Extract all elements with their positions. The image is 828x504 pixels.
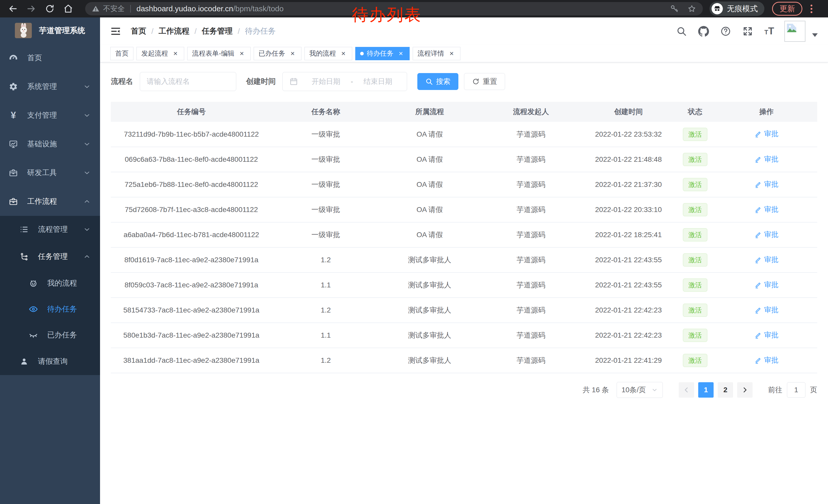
sidebar-item-task-management[interactable]: 任务管理 (0, 243, 100, 270)
annotation-overlay-text: 待办列表 (352, 4, 422, 26)
sidebar-item-system[interactable]: 系统管理 (0, 72, 100, 101)
approve-link[interactable]: 审批 (754, 305, 779, 315)
page-button-1[interactable]: 1 (698, 382, 714, 398)
tab-my-process[interactable]: 我的流程× (304, 47, 352, 60)
cell-task-id: 069c6a63-7b8a-11ec-8ef0-acde48001122 (111, 147, 272, 172)
reset-button[interactable]: 重置 (464, 73, 505, 90)
tab-process-detail[interactable]: 流程详情× (413, 47, 460, 60)
url-host: dashboard.yudao.iocoder.cn (136, 4, 233, 13)
prev-page-button[interactable] (679, 382, 694, 398)
breadcrumb-task-management[interactable]: 任务管理 (202, 26, 233, 36)
edit-pen-icon (754, 155, 762, 163)
approve-link[interactable]: 审批 (754, 330, 779, 340)
cell-starter: 芋道源码 (480, 222, 582, 247)
sidebar-collapse-icon[interactable] (110, 26, 121, 36)
close-icon[interactable]: × (172, 50, 179, 57)
sidebar-item-payment[interactable]: ¥ 支付管理 (0, 101, 100, 130)
process-name-input[interactable] (147, 78, 229, 86)
cell-process: OA 请假 (380, 122, 480, 147)
chevron-up-icon (83, 198, 91, 205)
cell-task-id: 73211d9d-7b9b-11ec-b5b7-acde48001122 (111, 122, 272, 147)
bookmark-star-icon[interactable] (688, 4, 696, 13)
avatar-dropdown-caret[interactable] (812, 33, 818, 37)
sidebar-item-workflow[interactable]: 工作流程 (0, 187, 100, 216)
sidebar-item-leave-query[interactable]: 请假查询 (0, 348, 100, 375)
status-badge: 激活 (683, 329, 707, 342)
search-button[interactable]: 搜索 (417, 73, 458, 90)
approve-link[interactable]: 审批 (754, 154, 779, 164)
page-button-2[interactable]: 2 (718, 382, 733, 398)
close-icon[interactable]: × (397, 50, 405, 57)
chrome-update-button[interactable]: 更新 (772, 2, 802, 16)
broken-image-icon (786, 22, 797, 34)
tab-todo-tasks[interactable]: 待办任务× (355, 47, 410, 60)
avatar[interactable] (784, 21, 805, 42)
status-badge: 激活 (683, 354, 707, 367)
breadcrumb-workflow[interactable]: 工作流程 (159, 26, 189, 36)
sidebar-item-process-management[interactable]: 流程管理 (0, 216, 100, 243)
close-icon[interactable]: × (238, 50, 246, 57)
cell-task-name: 1.1 (272, 323, 380, 348)
tree-icon (18, 252, 30, 261)
cell-task-name: 一级审批 (272, 172, 380, 197)
page-size-select[interactable]: 10条/页 (617, 382, 663, 398)
date-range-picker[interactable]: 开始日期 - 结束日期 (282, 72, 407, 91)
close-icon[interactable]: × (289, 50, 296, 57)
forward-icon[interactable] (26, 4, 36, 14)
password-key-icon[interactable] (670, 4, 679, 13)
cell-task-name: 1.2 (272, 297, 380, 323)
search-icon[interactable] (676, 26, 687, 37)
cell-starter: 芋道源码 (480, 297, 582, 323)
home-icon[interactable] (63, 4, 73, 14)
browser-menu-icon[interactable] (809, 3, 814, 15)
monitor-chart-icon (8, 139, 19, 149)
incognito-icon (711, 3, 723, 14)
close-icon[interactable]: × (340, 50, 347, 57)
sidebar-item-my-process[interactable]: 我的流程 (0, 270, 100, 296)
edit-pen-icon (754, 180, 762, 188)
breadcrumb-home[interactable]: 首页 (131, 26, 146, 36)
approve-link[interactable]: 审批 (754, 230, 779, 239)
sidebar-item-home[interactable]: 首页 (0, 44, 100, 72)
tab-home[interactable]: 首页 (110, 47, 133, 60)
fullscreen-icon[interactable] (742, 26, 753, 37)
process-name-field (140, 72, 236, 91)
back-icon[interactable] (8, 4, 18, 14)
approve-link[interactable]: 审批 (754, 255, 779, 265)
app-logo-row[interactable]: 芋道管理系统 (0, 17, 100, 44)
help-icon[interactable] (720, 26, 731, 37)
tab-done-tasks[interactable]: 已办任务× (254, 47, 301, 60)
col-task-id: 任务编号 (111, 102, 272, 122)
incognito-label: 无痕模式 (727, 4, 758, 14)
tab-start-process[interactable]: 发起流程× (136, 47, 184, 60)
cell-task-id: 580e1b3d-7ac8-11ec-a9e2-a2380e71991a (111, 323, 272, 348)
sidebar-item-done-tasks[interactable]: 已办任务 (0, 322, 100, 348)
approve-link[interactable]: 审批 (754, 204, 779, 214)
cell-created: 2022-01-22 18:25:41 (582, 222, 675, 247)
url-divider (130, 5, 131, 12)
reload-icon[interactable] (45, 4, 55, 14)
sidebar-item-todo-tasks[interactable]: 待办任务 (0, 296, 100, 322)
approve-link[interactable]: 审批 (754, 179, 779, 189)
table-row: 8f0d1619-7ac8-11ec-a9e2-a2380e71991a 1.2… (111, 247, 817, 273)
cell-created: 2022-01-22 21:37:30 (582, 172, 675, 197)
incognito-badge: 无痕模式 (709, 2, 764, 16)
font-size-icon[interactable]: TT (764, 26, 774, 37)
col-starter: 流程发起人 (480, 102, 582, 122)
edit-pen-icon (754, 130, 762, 138)
cell-created: 2022-01-21 22:43:55 (582, 273, 675, 297)
next-page-button[interactable] (737, 382, 753, 398)
goto-page-input[interactable] (787, 382, 805, 398)
toolbox-icon (8, 168, 19, 177)
sidebar-item-infrastructure[interactable]: 基础设施 (0, 130, 100, 158)
close-icon[interactable]: × (448, 50, 456, 57)
sidebar-item-dev-tools[interactable]: 研发工具 (0, 158, 100, 187)
chevron-down-icon (83, 140, 91, 148)
task-table: 任务编号 任务名称 所属流程 流程发起人 创建时间 状态 操作 73211d9d… (111, 102, 817, 373)
cell-task-name: 一级审批 (272, 122, 380, 147)
approve-link[interactable]: 审批 (754, 129, 779, 139)
tab-form-edit[interactable]: 流程表单-编辑× (187, 47, 251, 60)
approve-link[interactable]: 审批 (754, 355, 779, 365)
approve-link[interactable]: 审批 (754, 280, 779, 290)
github-icon[interactable] (698, 26, 709, 37)
